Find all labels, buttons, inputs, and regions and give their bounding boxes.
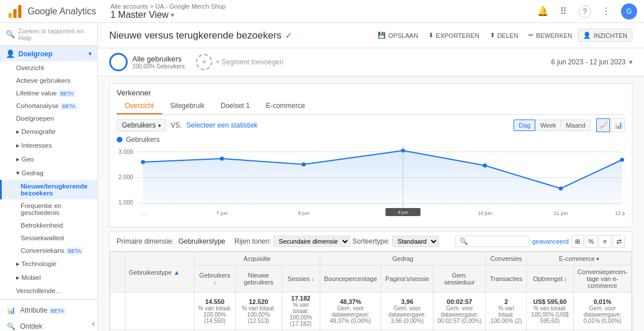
sidebar-item-geo[interactable]: ▸ Geo (0, 152, 97, 166)
insights-button[interactable]: 👤 INZICHTEN (578, 29, 632, 42)
save-button[interactable]: 💾 OPSLAAN (373, 29, 423, 41)
tab-overzicht[interactable]: Overzicht (117, 98, 162, 114)
tab-ecommerce[interactable]: E-commerce (258, 98, 313, 114)
sidebar-item-interesses[interactable]: ▸ Interesses (0, 138, 97, 152)
page-title-area: Nieuwe versus terugkerende bezoekers ✓ (109, 30, 293, 41)
tab-doelset1[interactable]: Doelset 1 (213, 98, 258, 114)
page-title: Nieuwe versus terugkerende bezoekers (109, 30, 282, 41)
select-stat-btn[interactable]: Selecteer een statistiek (186, 121, 258, 129)
apps-icon[interactable]: ⠿ (558, 6, 569, 17)
svg-text:1.000: 1.000 (118, 199, 133, 206)
secondary-dim-select[interactable]: Secundaire dimensie (274, 236, 350, 247)
time-btn-maand[interactable]: Maand (561, 120, 591, 131)
sidebar-item-nieuwe-terugkerende[interactable]: Nieuwe/terugkerende bezoekers (0, 180, 97, 199)
metric1-caret: ▾ (158, 122, 161, 129)
col-nieuwe-gebruikers[interactable]: Nieuwe gebruikers (235, 265, 282, 292)
verified-icon: ✓ (285, 30, 293, 41)
edit-button[interactable]: ✏ BEWERKEN (524, 29, 577, 41)
time-btn-week[interactable]: Week (535, 120, 561, 131)
table-grid-btn[interactable]: ⊞ (571, 235, 584, 248)
add-segment-label: + Segment toevoegen (216, 58, 283, 66)
breadcrumb: Alle accounts > UA - Google Merch Shop (110, 3, 537, 10)
sidebar-item-cohortanalyse[interactable]: CohortanalyseBETA (0, 99, 97, 112)
sort-select[interactable]: Standaard (392, 236, 439, 247)
table-list-btn[interactable]: ≡ (599, 235, 611, 248)
sidebar-item-verschillende[interactable]: Verschillende... (0, 284, 97, 297)
metric1-pill[interactable]: Gebruikers ▾ (117, 119, 166, 132)
top-bar: Google Analytics Alle accounts > UA - Go… (0, 0, 644, 23)
sidebar-item-attributie[interactable]: 📊 AttributieBETA (0, 302, 97, 318)
time-and-chart-controls: Dag Week Maand 📈 📊 (513, 118, 625, 132)
col-opbrengst[interactable]: Opbrengst ↕ (527, 265, 573, 292)
total-pages: 3,96 Gem. voor dataweergave: 3,96 (0,00%… (381, 292, 433, 330)
data-table-container: Gebruikerstype ▲ Acquisitie Gedrag Conve… (110, 252, 632, 331)
logo-area: Google Analytics (7, 3, 105, 20)
svg-text:12 jun: 12 jun (615, 210, 625, 216)
sidebar-section-doelgroep[interactable]: 👤 Doelgroep ▾ (0, 46, 97, 61)
table-percent-btn[interactable]: % (585, 235, 597, 248)
sidebar-item-overzicht[interactable]: Overzicht (0, 61, 97, 74)
sidebar-item-conversiekans[interactable]: ConversiekansBETA (0, 244, 97, 257)
col-transacties[interactable]: Transacties (486, 265, 527, 292)
svg-point-14 (559, 187, 563, 191)
svg-text:2.000: 2.000 (118, 174, 133, 180)
advanced-link[interactable]: geavanceerd (532, 238, 569, 245)
export-button[interactable]: ⬇ EXPORTEREN (424, 29, 484, 41)
col-gem-sessieduur[interactable]: Gem. sessieduur (433, 265, 486, 292)
col-gebruikers[interactable]: Gebruikers ↕ (194, 265, 235, 292)
share-button[interactable]: ⬆ DELEN (485, 29, 523, 41)
total-sessions: 17.182 % van totaal: 100,00% (17.182) (282, 292, 320, 330)
breadcrumb-area: Alle accounts > UA - Google Merch Shop 1… (105, 3, 537, 20)
search-placeholder: Zoeken in rapporten en Help (18, 28, 91, 41)
avatar[interactable]: G (621, 3, 637, 20)
date-caret-icon: ▾ (629, 58, 632, 66)
tab-sitegebruik[interactable]: Sitegebruik (162, 98, 213, 114)
table-search-input[interactable] (468, 238, 526, 245)
search-field[interactable]: 🔍 (455, 236, 530, 247)
line-chart-btn[interactable]: 📈 (596, 118, 610, 132)
metric-selector: Gebruikers ▾ VS. Selecteer een statistie… (117, 119, 258, 132)
sidebar-item-demografie[interactable]: ▸ Demografie (0, 125, 97, 138)
page-actions: 💾 OPSLAAN ⬇ EXPORTEREN ⬆ DELEN ✏ BEWERKE… (373, 29, 632, 42)
date-range[interactable]: 6 jun 2023 - 12 jun 2023 ▾ (551, 58, 632, 66)
vs-label: VS. (171, 121, 182, 129)
share-icon: ⬆ (490, 32, 495, 39)
segment1-circle (109, 53, 128, 71)
col-sessies[interactable]: Sessies ↕ (282, 265, 320, 292)
sidebar-item-lifetime-value[interactable]: Lifetime valueBETA (0, 87, 97, 99)
table-compare-btn[interactable]: ⇄ (612, 235, 625, 248)
sidebar-item-actieve-gebruikers[interactable]: Actieve gebruikers (0, 74, 97, 87)
sidebar-item-frequentie[interactable]: Frequentie en geschiedenis (0, 199, 97, 219)
time-btn-dag[interactable]: Dag (513, 120, 535, 131)
col-bouncepercentage[interactable]: Bouncepercentage (320, 265, 381, 292)
sidebar-item-mobiel[interactable]: ▸ Mobiel (0, 271, 97, 284)
main-content: Nieuwe versus terugkerende bezoekers ✓ 💾… (98, 23, 644, 331)
add-segment-btn[interactable]: + + Segment toevoegen (196, 54, 283, 70)
notifications-icon[interactable]: 🔔 (537, 6, 549, 17)
segment-1[interactable]: Alle gebruikers 100,00% Gebruikers (109, 53, 185, 71)
checkbox-header (110, 252, 125, 292)
sidebar-item-gedrag[interactable]: ▾ Gedrag (0, 166, 97, 180)
table-controls: Primaire dimensie: Gebruikerstype Rijen … (110, 232, 632, 252)
insights-icon: 👤 (583, 32, 591, 39)
col-gebruikerstype[interactable]: Gebruikerstype ▲ (125, 252, 194, 292)
more-icon[interactable]: ⋮ (600, 6, 612, 17)
svg-point-9 (141, 160, 145, 164)
sidebar-item-sessiekwaliteit[interactable]: Sessiekwaliteit (0, 232, 97, 244)
col-pages-sessie[interactable]: Pagina's/sessie (381, 265, 433, 292)
sidebar-item-doelgroepen[interactable]: Doelgroepen (0, 112, 97, 125)
col-group-ecommerce[interactable]: E-commerce ▾ (527, 252, 632, 265)
bar-chart-btn[interactable]: 📊 (611, 118, 625, 132)
data-table: Gebruikerstype ▲ Acquisitie Gedrag Conve… (110, 252, 632, 331)
svg-rect-1 (13, 9, 17, 17)
sidebar-item-ontdek[interactable]: 🔍 Ontdek (0, 318, 97, 331)
col-conversiepct[interactable]: Conversiepercen-tage van e-commerce (573, 265, 632, 292)
svg-point-11 (302, 163, 306, 167)
sidebar-item-betrokkenheid[interactable]: Betrokkenheid (0, 219, 97, 232)
view-selector[interactable]: 1 Master View ▾ (110, 10, 537, 20)
help-icon[interactable]: ? (578, 5, 591, 18)
sidebar-item-technologie[interactable]: ▸ Technologie (0, 257, 97, 271)
table-search: 🔍 geavanceerd ⊞ % ≡ ⇄ (455, 235, 625, 248)
sidebar-collapse-btn[interactable]: ‹ (92, 318, 95, 329)
total-type (125, 292, 194, 330)
